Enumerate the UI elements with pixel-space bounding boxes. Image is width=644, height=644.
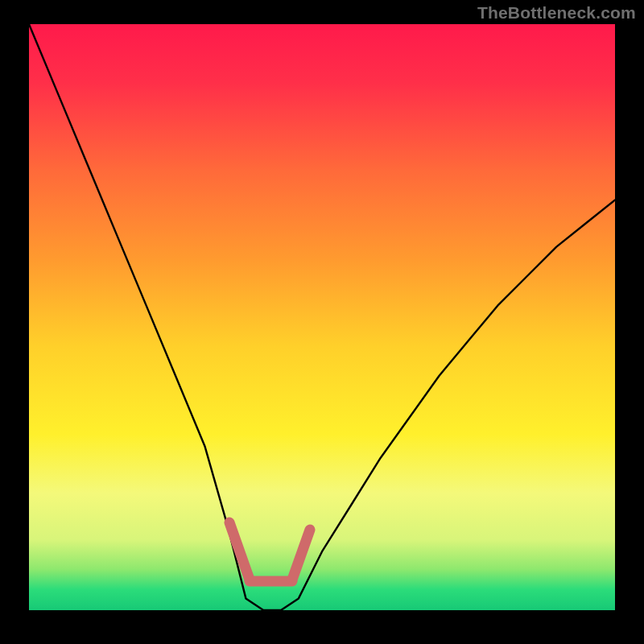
watermark-text: TheBottleneck.com (477, 3, 636, 23)
gradient-panel (29, 24, 615, 610)
chart-stage: TheBottleneck.com (0, 0, 644, 644)
bottleneck-chart (0, 0, 644, 644)
